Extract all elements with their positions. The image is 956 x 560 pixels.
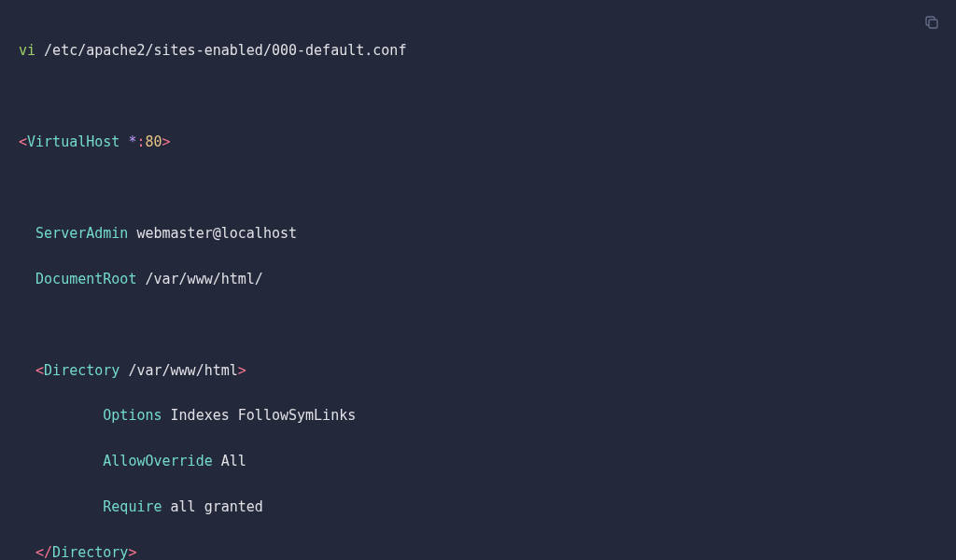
blank-line	[19, 85, 937, 107]
blank-line	[19, 314, 937, 336]
file-path: /etc/apache2/sites-enabled/000-default.c…	[44, 42, 406, 59]
code-block: vi /etc/apache2/sites-enabled/000-defaul…	[0, 0, 956, 560]
cmd-line: vi /etc/apache2/sites-enabled/000-defaul…	[19, 39, 937, 62]
vhost-open-line: <VirtualHost *:80>	[19, 131, 937, 153]
directory-open-line: <Directory /var/www/html>	[19, 359, 937, 382]
allow-override-line: AllowOverride All	[19, 450, 937, 472]
server-admin-line: ServerAdmin webmaster@localhost	[19, 222, 937, 245]
blank-line	[19, 176, 937, 199]
options-line: Options Indexes FollowSymLinks	[19, 404, 937, 427]
doc-root-line: DocumentRoot /var/www/html/	[19, 268, 937, 290]
directory-close-line: </Directory>	[19, 541, 937, 560]
vi-cmd: vi	[19, 42, 35, 59]
copy-button[interactable]	[921, 11, 943, 34]
require-line: Require all granted	[19, 496, 937, 518]
copy-icon	[923, 14, 940, 31]
svg-rect-0	[929, 20, 937, 28]
